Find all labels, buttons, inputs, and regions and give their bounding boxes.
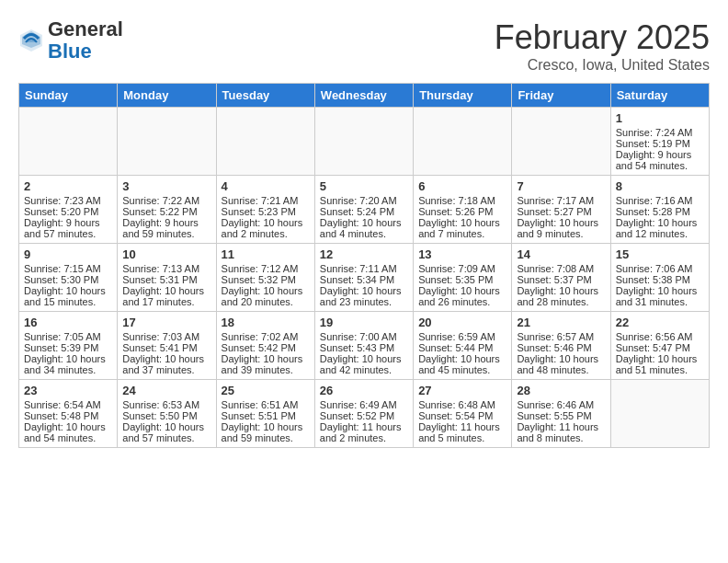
day-content: Sunrise: 7:05 AM bbox=[24, 331, 112, 342]
day-content: Sunrise: 7:12 AM bbox=[222, 263, 310, 274]
day-content: Sunset: 5:55 PM bbox=[517, 410, 605, 421]
calendar-cell bbox=[19, 108, 118, 176]
day-content: Sunrise: 6:48 AM bbox=[418, 399, 506, 410]
day-content: Daylight: 10 hours and 4 minutes. bbox=[320, 217, 408, 239]
day-content: Sunset: 5:50 PM bbox=[122, 410, 210, 421]
day-content: Daylight: 10 hours and 9 minutes. bbox=[517, 217, 605, 239]
calendar-cell bbox=[512, 108, 610, 176]
logo-blue: Blue bbox=[48, 40, 92, 63]
day-number: 9 bbox=[24, 247, 112, 261]
day-content: Sunrise: 7:15 AM bbox=[24, 263, 112, 274]
calendar-cell: 19Sunrise: 7:00 AMSunset: 5:43 PMDayligh… bbox=[314, 312, 413, 380]
day-number: 1 bbox=[616, 111, 704, 125]
day-content: Sunrise: 7:00 AM bbox=[320, 331, 408, 342]
day-number: 5 bbox=[320, 179, 408, 193]
calendar-cell: 24Sunrise: 6:53 AMSunset: 5:50 PMDayligh… bbox=[118, 380, 216, 448]
calendar-cell bbox=[610, 380, 709, 448]
day-content: Sunrise: 6:51 AM bbox=[222, 399, 310, 410]
day-header-sunday: Sunday bbox=[19, 84, 118, 108]
day-content: Sunrise: 7:13 AM bbox=[122, 263, 210, 274]
day-content: Daylight: 10 hours and 45 minutes. bbox=[418, 353, 506, 375]
calendar-week-4: 23Sunrise: 6:54 AMSunset: 5:48 PMDayligh… bbox=[19, 380, 710, 448]
day-content: Sunset: 5:34 PM bbox=[320, 274, 408, 285]
day-content: Sunrise: 7:02 AM bbox=[222, 331, 310, 342]
calendar-cell: 22Sunrise: 6:56 AMSunset: 5:47 PMDayligh… bbox=[610, 312, 709, 380]
calendar-week-2: 9Sunrise: 7:15 AMSunset: 5:30 PMDaylight… bbox=[19, 244, 710, 312]
day-content: Sunset: 5:38 PM bbox=[616, 274, 704, 285]
day-content: Sunrise: 7:17 AM bbox=[517, 195, 605, 206]
day-content: Daylight: 10 hours and 17 minutes. bbox=[122, 285, 210, 307]
day-content: Sunset: 5:22 PM bbox=[122, 206, 210, 217]
day-content: Daylight: 10 hours and 28 minutes. bbox=[517, 285, 605, 307]
calendar-cell bbox=[118, 108, 216, 176]
day-content: Sunset: 5:43 PM bbox=[320, 342, 408, 353]
location: Cresco, Iowa, United States bbox=[495, 57, 710, 74]
day-content: Sunrise: 7:16 AM bbox=[616, 195, 704, 206]
day-number: 22 bbox=[616, 316, 704, 329]
day-content: Sunrise: 7:09 AM bbox=[418, 263, 506, 274]
day-content: Daylight: 10 hours and 34 minutes. bbox=[24, 353, 112, 375]
day-content: Sunset: 5:46 PM bbox=[517, 342, 605, 353]
logo: General Blue bbox=[18, 18, 123, 63]
day-content: Sunrise: 6:46 AM bbox=[517, 399, 605, 410]
day-content: Daylight: 10 hours and 26 minutes. bbox=[418, 285, 506, 307]
day-content: Daylight: 9 hours and 54 minutes. bbox=[616, 149, 704, 171]
logo-icon bbox=[18, 28, 44, 53]
day-number: 23 bbox=[24, 384, 112, 397]
calendar-cell: 15Sunrise: 7:06 AMSunset: 5:38 PMDayligh… bbox=[610, 244, 709, 312]
calendar-cell: 2Sunrise: 7:23 AMSunset: 5:20 PMDaylight… bbox=[19, 176, 118, 244]
day-content: Sunrise: 6:57 AM bbox=[517, 331, 605, 342]
calendar-table: SundayMondayTuesdayWednesdayThursdayFrid… bbox=[18, 83, 710, 448]
calendar-cell: 9Sunrise: 7:15 AMSunset: 5:30 PMDaylight… bbox=[19, 244, 118, 312]
day-content: Sunset: 5:54 PM bbox=[418, 410, 506, 421]
calendar-cell: 18Sunrise: 7:02 AMSunset: 5:42 PMDayligh… bbox=[216, 312, 314, 380]
day-number: 7 bbox=[517, 179, 605, 193]
day-number: 24 bbox=[122, 384, 210, 397]
day-number: 6 bbox=[418, 179, 506, 193]
month-title: February 2025 bbox=[495, 18, 710, 57]
calendar-week-1: 2Sunrise: 7:23 AMSunset: 5:20 PMDaylight… bbox=[19, 176, 710, 244]
calendar-cell: 26Sunrise: 6:49 AMSunset: 5:52 PMDayligh… bbox=[314, 380, 413, 448]
day-content: Sunset: 5:32 PM bbox=[222, 274, 310, 285]
calendar-cell: 10Sunrise: 7:13 AMSunset: 5:31 PMDayligh… bbox=[118, 244, 216, 312]
day-number: 12 bbox=[320, 247, 408, 261]
day-header-tuesday: Tuesday bbox=[216, 84, 314, 108]
day-number: 10 bbox=[122, 247, 210, 261]
day-content: Daylight: 10 hours and 39 minutes. bbox=[222, 353, 310, 375]
calendar-cell bbox=[314, 108, 413, 176]
calendar-cell: 14Sunrise: 7:08 AMSunset: 5:37 PMDayligh… bbox=[512, 244, 610, 312]
calendar-cell: 4Sunrise: 7:21 AMSunset: 5:23 PMDaylight… bbox=[216, 176, 314, 244]
day-content: Sunrise: 7:11 AM bbox=[320, 263, 408, 274]
day-number: 25 bbox=[222, 384, 310, 397]
day-content: Sunrise: 7:03 AM bbox=[122, 331, 210, 342]
day-content: Sunrise: 7:18 AM bbox=[418, 195, 506, 206]
day-content: Daylight: 9 hours and 59 minutes. bbox=[122, 217, 210, 239]
day-content: Daylight: 10 hours and 7 minutes. bbox=[418, 217, 506, 239]
page-header: General Blue February 2025 Cresco, Iowa,… bbox=[18, 18, 710, 74]
logo-text: General Blue bbox=[48, 18, 123, 63]
day-number: 26 bbox=[320, 384, 408, 397]
day-content: Sunrise: 7:08 AM bbox=[517, 263, 605, 274]
calendar-cell: 20Sunrise: 6:59 AMSunset: 5:44 PMDayligh… bbox=[414, 312, 512, 380]
day-content: Daylight: 10 hours and 54 minutes. bbox=[24, 421, 112, 443]
calendar-cell: 11Sunrise: 7:12 AMSunset: 5:32 PMDayligh… bbox=[216, 244, 314, 312]
calendar-week-3: 16Sunrise: 7:05 AMSunset: 5:39 PMDayligh… bbox=[19, 312, 710, 380]
day-content: Sunset: 5:19 PM bbox=[616, 138, 704, 149]
day-content: Daylight: 10 hours and 2 minutes. bbox=[222, 217, 310, 239]
day-content: Sunrise: 7:23 AM bbox=[24, 195, 112, 206]
day-number: 16 bbox=[24, 316, 112, 329]
day-content: Sunset: 5:20 PM bbox=[24, 206, 112, 217]
day-number: 15 bbox=[616, 247, 704, 261]
calendar-cell bbox=[216, 108, 314, 176]
calendar-cell: 6Sunrise: 7:18 AMSunset: 5:26 PMDaylight… bbox=[414, 176, 512, 244]
calendar-week-0: 1Sunrise: 7:24 AMSunset: 5:19 PMDaylight… bbox=[19, 108, 710, 176]
day-content: Daylight: 10 hours and 48 minutes. bbox=[517, 353, 605, 375]
day-number: 14 bbox=[517, 247, 605, 261]
calendar-cell: 7Sunrise: 7:17 AMSunset: 5:27 PMDaylight… bbox=[512, 176, 610, 244]
day-content: Sunset: 5:52 PM bbox=[320, 410, 408, 421]
day-content: Sunset: 5:24 PM bbox=[320, 206, 408, 217]
day-content: Sunrise: 6:49 AM bbox=[320, 399, 408, 410]
day-number: 28 bbox=[517, 384, 605, 397]
day-header-thursday: Thursday bbox=[414, 84, 512, 108]
day-content: Sunset: 5:23 PM bbox=[222, 206, 310, 217]
